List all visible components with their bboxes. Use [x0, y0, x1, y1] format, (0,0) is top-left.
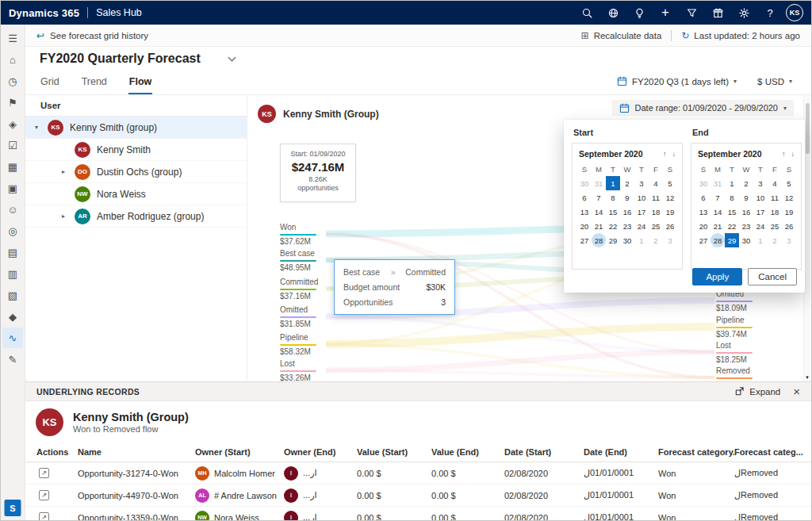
prev-month-icon[interactable]: ↑: [663, 150, 667, 158]
recent-icon[interactable]: ◷: [2, 71, 23, 91]
tab-flow[interactable]: Flow: [128, 75, 152, 94]
calendar-day[interactable]: 10: [634, 190, 649, 205]
column-header[interactable]: Owner (Start): [195, 447, 284, 457]
user-avatar[interactable]: KS: [786, 4, 803, 21]
calendar-day[interactable]: 3: [753, 176, 768, 190]
calendar-day[interactable]: 31: [592, 176, 606, 190]
flow-node-pipeline[interactable]: Pipeline$58.32M: [280, 333, 316, 357]
flow-node-omitted[interactable]: Omitted$18.09M: [716, 289, 753, 313]
calendar-day[interactable]: 26: [782, 219, 796, 233]
open-record-icon[interactable]: ↗: [39, 512, 49, 520]
recalculate-button[interactable]: ⊞ Recalculate data: [581, 30, 662, 41]
calendar-day[interactable]: 13: [696, 205, 710, 219]
calendar-day[interactable]: 10: [753, 190, 768, 205]
calendar-day[interactable]: 5: [663, 176, 677, 190]
sales-accelerator-icon[interactable]: ◈: [2, 113, 23, 134]
flow-node-omitted[interactable]: Omitted$31.85M: [280, 305, 316, 329]
calendar-day[interactable]: 8: [606, 190, 620, 205]
column-header[interactable]: Owner (End): [284, 447, 357, 457]
flow-node-removed[interactable]: Removed: [716, 366, 753, 381]
flow-node-lost[interactable]: Lost$18.25M: [716, 341, 753, 365]
calendar-day[interactable]: 11: [768, 190, 782, 205]
settings-gear-icon[interactable]: [733, 2, 754, 23]
calendar-day[interactable]: 18: [768, 205, 782, 219]
accounts-icon[interactable]: ▣: [2, 178, 23, 198]
calendar-day[interactable]: 31: [710, 176, 725, 190]
user-tree-item[interactable]: ▸DODustin Ochs (group): [25, 161, 247, 183]
forecast-history-link[interactable]: ↩ See forecast grid history: [36, 30, 148, 41]
calendar-day[interactable]: 1: [753, 233, 768, 247]
calendar-day[interactable]: 30: [577, 176, 592, 190]
filter-icon[interactable]: [681, 2, 702, 23]
calendar-day[interactable]: 24: [753, 219, 768, 233]
prev-month-icon[interactable]: ↑: [782, 150, 786, 158]
app-name[interactable]: Sales Hub: [96, 7, 142, 18]
sales-app-badge[interactable]: S: [5, 500, 21, 516]
forecasts-icon[interactable]: ∿: [2, 328, 23, 348]
products-icon[interactable]: ◆: [2, 306, 23, 327]
home-icon[interactable]: ⌂: [2, 49, 23, 70]
chevron-down-icon[interactable]: ▾: [35, 124, 48, 131]
globe-icon[interactable]: [603, 2, 623, 23]
flow-node-lost[interactable]: Lost$33.26M: [280, 359, 316, 383]
calendar-day[interactable]: 13: [577, 205, 592, 219]
calendar-day[interactable]: 27: [577, 233, 592, 247]
column-header[interactable]: Date (End): [584, 447, 658, 457]
user-tree-item[interactable]: KSKenny Smith: [25, 139, 247, 161]
calendar-day[interactable]: 8: [725, 190, 739, 205]
column-header[interactable]: Value (End): [431, 447, 504, 457]
flow-node-committed[interactable]: Committed$37.16M: [280, 278, 318, 301]
close-icon[interactable]: ×: [793, 385, 800, 397]
calendar-day[interactable]: 23: [739, 219, 753, 233]
gift-icon[interactable]: [707, 2, 728, 23]
scroll-down-icon[interactable]: ▼: [804, 375, 810, 380]
calendar-day[interactable]: 2: [739, 176, 753, 190]
calendar-day[interactable]: 2: [620, 176, 634, 190]
help-icon[interactable]: ?: [760, 2, 780, 23]
calendar-day[interactable]: 19: [782, 205, 796, 219]
next-month-icon[interactable]: ↓: [672, 150, 676, 158]
calendar-day[interactable]: 15: [606, 205, 620, 219]
calendar-day[interactable]: 25: [768, 219, 782, 233]
calendar-day[interactable]: 6: [577, 190, 592, 205]
tab-trend[interactable]: Trend: [81, 75, 108, 94]
user-tree-item[interactable]: ▸ARAmber Rodriguez (group): [25, 205, 247, 228]
user-tree-item[interactable]: NWNora Weiss: [25, 183, 247, 205]
calendar-day[interactable]: 21: [710, 219, 725, 233]
calendar-day[interactable]: 1: [606, 176, 620, 190]
tab-grid[interactable]: Grid: [40, 75, 60, 94]
column-header[interactable]: Forecast categ...: [734, 447, 811, 457]
invoices-icon[interactable]: ▧: [2, 285, 23, 305]
calendar-day[interactable]: 7: [710, 190, 725, 205]
expand-button[interactable]: Expand: [734, 386, 780, 396]
calendar-day[interactable]: 28: [710, 233, 725, 247]
calendar-day[interactable]: 16: [739, 205, 753, 219]
date-range-selector[interactable]: Date range: 01/09/2020 - 29/09/2020 ▾: [612, 100, 794, 116]
column-header[interactable]: Name: [78, 447, 195, 457]
pinned-icon[interactable]: ⚑: [2, 92, 23, 113]
currency-selector[interactable]: $ USD ▾: [757, 77, 792, 86]
calendar-day[interactable]: 24: [634, 219, 649, 233]
open-record-icon[interactable]: ↗: [39, 468, 49, 478]
calendar-day[interactable]: 22: [725, 219, 739, 233]
calendar-day[interactable]: 6: [696, 190, 710, 205]
calendar-day[interactable]: 2: [649, 233, 663, 247]
chevron-down-icon[interactable]: [228, 53, 236, 61]
calendar-day[interactable]: 25: [649, 219, 663, 233]
calendar-day[interactable]: 17: [753, 205, 768, 219]
quick-create-icon[interactable]: +: [655, 2, 676, 23]
chevron-right-icon[interactable]: ▸: [62, 168, 75, 175]
scrollbar-thumb[interactable]: [806, 103, 810, 154]
activities-icon[interactable]: ☑: [2, 135, 23, 155]
flow-node-pipeline[interactable]: Pipeline$39.74M: [716, 316, 753, 339]
calendar-day[interactable]: 19: [663, 205, 677, 219]
calendar-day[interactable]: 26: [663, 219, 677, 233]
calendar-day[interactable]: 2: [768, 233, 782, 247]
calendar-day[interactable]: 12: [782, 190, 796, 205]
brand-title[interactable]: Dynamics 365: [9, 7, 79, 19]
calendar-day[interactable]: 30: [739, 233, 753, 247]
calendar-day[interactable]: 14: [710, 205, 725, 219]
opportunities-icon[interactable]: ◎: [2, 220, 23, 241]
menu-icon[interactable]: ☰: [2, 28, 23, 48]
notes-icon[interactable]: ✎: [2, 349, 23, 370]
